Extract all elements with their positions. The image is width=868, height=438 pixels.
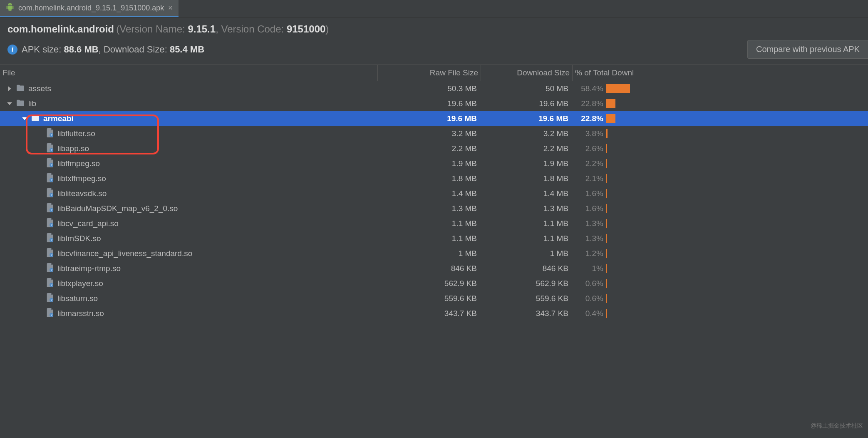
tab-label: com.homelink.android_9.15.1_9151000.apk [18,4,164,12]
percent-label: 1.3% [575,219,603,228]
collapse-arrow-icon[interactable] [7,101,12,107]
table-row[interactable]: ?libliteavsdk.so1.4 MB1.4 MB1.6% [0,186,868,201]
download-size: 559.6 KB [481,294,573,303]
arrow-spacer [37,161,42,167]
download-size: 1.3 MB [481,204,573,213]
percent-cell: 58.4% [573,84,868,93]
file-cell: ?libtraeimp-rtmp.so [0,261,378,276]
percent-label: 0.4% [575,309,603,318]
percent-label: 3.8% [575,129,603,138]
percent-cell: 0.6% [573,294,868,303]
table-row[interactable]: ?libtxffmpeg.so1.8 MB1.8 MB2.1% [0,171,868,186]
file-name: libtraeimp-rtmp.so [57,264,121,273]
download-size: 562.9 KB [481,279,573,288]
file-cell: lib [0,96,378,111]
column-percent[interactable]: % of Total Downl [573,65,868,81]
percent-label: 22.8% [575,114,603,123]
table-row[interactable]: ?libBaiduMapSDK_map_v6_2_0.so1.3 MB1.3 M… [0,201,868,216]
svg-text:?: ? [50,223,52,227]
percent-cell: 1.2% [573,249,868,258]
table-row[interactable]: ?libImSDK.so1.1 MB1.1 MB1.3% [0,231,868,246]
raw-size: 559.6 KB [378,294,481,303]
percent-bar [606,129,647,138]
file-icon: ? [46,173,54,184]
file-name: libflutter.so [57,129,95,138]
expand-arrow-icon[interactable] [7,86,12,92]
table-row[interactable]: ?libapp.so2.2 MB2.2 MB2.6% [0,141,868,156]
percent-label: 2.2% [575,159,603,168]
percent-bar [606,204,647,213]
table-row[interactable]: ?libflutter.so3.2 MB3.2 MB3.8% [0,126,868,141]
svg-text:?: ? [50,178,52,182]
raw-size: 562.9 KB [378,279,481,288]
table-row[interactable]: armeabi19.6 MB19.6 MB22.8% [0,111,868,126]
file-name: lib [28,99,36,108]
svg-text:?: ? [50,313,52,317]
svg-text:?: ? [50,148,52,152]
arrow-spacer [37,236,42,241]
percent-label: 22.8% [575,99,603,108]
download-size: 1.8 MB [481,174,573,183]
compare-button[interactable]: Compare with previous APK [747,40,868,59]
table-row[interactable]: assets50.3 MB50 MB58.4% [0,81,868,96]
table-row[interactable]: ?libcvfinance_api_liveness_standard.so1 … [0,246,868,261]
close-tab-icon[interactable]: × [168,4,173,12]
percent-label: 1% [575,264,603,273]
arrow-spacer [37,251,42,256]
raw-size: 1.4 MB [378,189,481,198]
percent-bar [606,279,647,288]
table-row[interactable]: ?libtxplayer.so562.9 KB562.9 KB0.6% [0,276,868,291]
arrow-spacer [37,281,42,286]
file-icon: ? [46,143,54,154]
header-meta: (Version Name: 9.15.1, Version Code: 915… [116,23,329,35]
file-name: libmarsstn.so [57,309,104,318]
raw-size: 3.2 MB [378,129,481,138]
column-file[interactable]: File [0,65,378,81]
info-icon: i [7,45,17,55]
file-cell: ?libBaiduMapSDK_map_v6_2_0.so [0,201,378,216]
download-size: 1 MB [481,249,573,258]
arrow-spacer [37,146,42,152]
percent-label: 1.6% [575,189,603,198]
column-raw-size[interactable]: Raw File Size [378,65,481,81]
file-cell: ?libapp.so [0,141,378,156]
percent-cell: 22.8% [573,99,868,108]
raw-size: 1 MB [378,249,481,258]
raw-size: 1.1 MB [378,234,481,243]
percent-cell: 0.4% [573,309,868,318]
file-icon: ? [46,263,54,274]
table-row[interactable]: lib19.6 MB19.6 MB22.8% [0,96,868,111]
version-name-label: Version Name: [119,23,185,35]
file-name: libsaturn.so [57,294,98,303]
collapse-arrow-icon[interactable] [22,116,27,122]
table-row[interactable]: ?libsaturn.so559.6 KB559.6 KB0.6% [0,291,868,306]
file-tab[interactable]: com.homelink.android_9.15.1_9151000.apk … [0,0,179,17]
file-name: libliteavsdk.so [57,189,107,198]
raw-size: 19.6 MB [378,114,481,123]
download-size: 2.2 MB [481,144,573,153]
apk-size-label: APK size: [22,44,61,55]
apk-size-value: 88.6 MB [64,44,99,55]
file-cell: ?libliteavsdk.so [0,186,378,201]
table-row[interactable]: ?libmarsstn.so343.7 KB343.7 KB0.4% [0,306,868,321]
download-size: 1.9 MB [481,159,573,168]
column-download-size[interactable]: Download Size [481,65,573,81]
percent-bar [606,264,647,273]
download-size: 846 KB [481,264,573,273]
raw-size: 2.2 MB [378,144,481,153]
percent-bar [606,234,647,243]
percent-label: 0.6% [575,294,603,303]
file-name: libcv_card_api.so [57,219,119,228]
table-row[interactable]: ?libtraeimp-rtmp.so846 KB846 KB1% [0,261,868,276]
download-size: 1.1 MB [481,219,573,228]
table-row[interactable]: ?libcv_card_api.so1.1 MB1.1 MB1.3% [0,216,868,231]
percent-label: 1.2% [575,249,603,258]
download-size: 50 MB [481,84,573,93]
raw-size: 19.6 MB [378,99,481,108]
info-row: i APK size: 88.6 MB, Download Size: 85.4… [0,40,868,65]
file-cell: ?libImSDK.so [0,231,378,246]
version-code-label: Version Code: [221,23,284,35]
arrow-spacer [37,176,42,182]
arrow-spacer [37,296,42,301]
table-row[interactable]: ?libffmpeg.so1.9 MB1.9 MB2.2% [0,156,868,171]
